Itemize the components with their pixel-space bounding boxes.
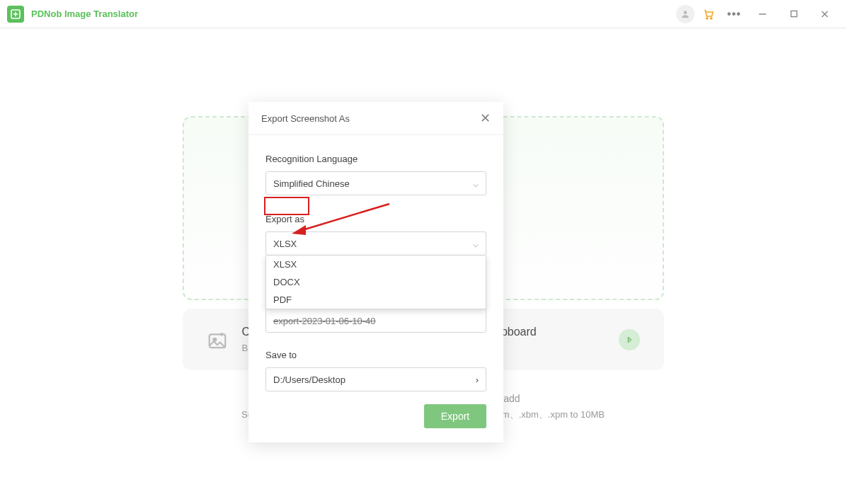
chevron-down-icon: ⌵: [473, 178, 479, 189]
save-to-select[interactable]: D:/Users/Desktop ›: [265, 367, 486, 391]
export-modal: Export Screenshot As ✕ Recognition Langu…: [248, 102, 503, 442]
export-as-label: Export as: [265, 214, 304, 224]
chevron-down-icon: ⌵: [473, 239, 479, 249]
maximize-button[interactable]: [779, 3, 808, 25]
user-icon[interactable]: [676, 5, 694, 23]
recognition-language-select[interactable]: Simplified Chinese ⌵: [265, 171, 486, 195]
export-as-select[interactable]: XLSX ⌵: [265, 231, 486, 256]
filename-value: export-2023-01-06-10-40: [273, 316, 376, 326]
dropdown-option-pdf[interactable]: PDF: [266, 291, 486, 309]
svg-point-3: [711, 17, 712, 18]
minimize-button[interactable]: [748, 3, 777, 25]
dropdown-option-xlsx[interactable]: XLSX: [266, 256, 486, 273]
filename-field[interactable]: export-2023-01-06-10-40: [265, 309, 486, 333]
export-button[interactable]: Export: [424, 404, 486, 428]
svg-rect-5: [791, 11, 796, 16]
recognition-language-label: Recognition Language: [265, 154, 486, 164]
modal-close-button[interactable]: ✕: [480, 110, 491, 126]
close-button[interactable]: [811, 3, 839, 25]
image-plus-icon: [207, 330, 228, 351]
export-as-value: XLSX: [273, 239, 297, 249]
annotation-red-box: [264, 197, 309, 215]
recognition-language-value: Simplified Chinese: [273, 178, 350, 189]
app-title: PDNob Image Translator: [31, 8, 138, 19]
modal-title: Export Screenshot As: [261, 113, 350, 124]
cart-icon[interactable]: [697, 3, 720, 25]
export-as-dropdown: XLSX DOCX PDF: [265, 256, 486, 309]
chevron-right-icon: ›: [476, 374, 479, 385]
svg-point-1: [684, 11, 687, 14]
more-icon[interactable]: •••: [723, 3, 745, 25]
svg-point-2: [707, 17, 708, 18]
app-logo: [7, 6, 24, 23]
save-to-value: D:/Users/Desktop: [273, 374, 345, 385]
titlebar: PDNob Image Translator •••: [0, 0, 846, 28]
save-to-label: Save to: [265, 350, 486, 360]
dropdown-option-docx[interactable]: DOCX: [266, 273, 486, 291]
proceed-button[interactable]: [619, 329, 640, 350]
